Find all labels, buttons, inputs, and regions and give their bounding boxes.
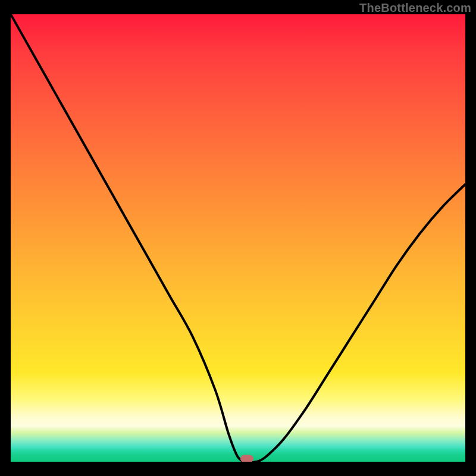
min-marker [240,455,253,462]
watermark-text: TheBottleneck.com [359,1,471,15]
chart-stage: TheBottleneck.com [0,0,476,476]
bottleneck-curve [11,14,465,462]
curve-path [11,14,465,462]
plot-area [11,14,465,462]
